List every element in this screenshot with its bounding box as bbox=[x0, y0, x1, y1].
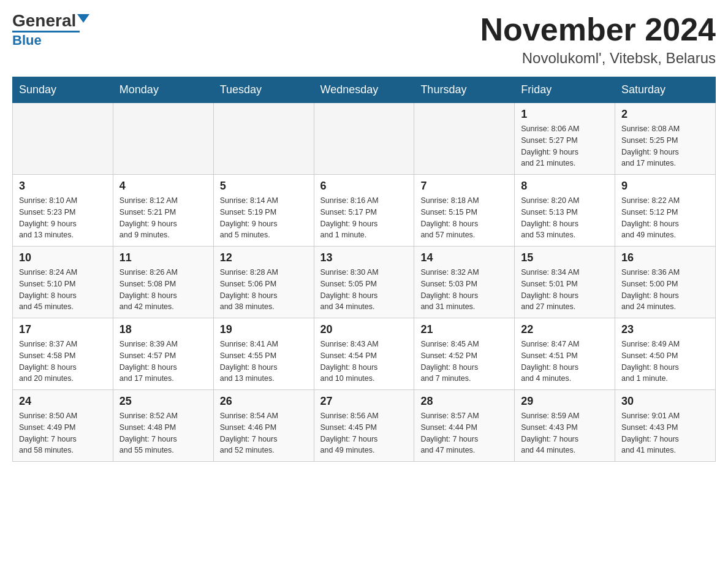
calendar-cell: 1Sunrise: 8:06 AM Sunset: 5:27 PM Daylig… bbox=[515, 103, 615, 175]
day-number: 23 bbox=[621, 323, 709, 336]
calendar-cell bbox=[314, 103, 414, 175]
day-sun-info: Sunrise: 8:50 AM Sunset: 4:49 PM Dayligh… bbox=[19, 410, 107, 456]
day-number: 21 bbox=[420, 323, 508, 336]
calendar-cell: 19Sunrise: 8:41 AM Sunset: 4:55 PM Dayli… bbox=[213, 318, 314, 390]
day-sun-info: Sunrise: 8:12 AM Sunset: 5:21 PM Dayligh… bbox=[119, 195, 207, 241]
calendar-cell: 3Sunrise: 8:10 AM Sunset: 5:23 PM Daylig… bbox=[13, 175, 113, 247]
day-sun-info: Sunrise: 8:39 AM Sunset: 4:57 PM Dayligh… bbox=[119, 339, 207, 385]
day-sun-info: Sunrise: 8:49 AM Sunset: 4:50 PM Dayligh… bbox=[621, 339, 709, 385]
day-sun-info: Sunrise: 8:43 AM Sunset: 4:54 PM Dayligh… bbox=[320, 339, 408, 385]
calendar-cell: 8Sunrise: 8:20 AM Sunset: 5:13 PM Daylig… bbox=[515, 175, 615, 247]
day-sun-info: Sunrise: 8:18 AM Sunset: 5:15 PM Dayligh… bbox=[420, 195, 508, 241]
day-number: 24 bbox=[19, 395, 107, 408]
day-number: 16 bbox=[621, 251, 709, 264]
logo-general-text: General bbox=[12, 12, 76, 29]
calendar-cell: 9Sunrise: 8:22 AM Sunset: 5:12 PM Daylig… bbox=[615, 175, 716, 247]
calendar-table: SundayMondayTuesdayWednesdayThursdayFrid… bbox=[12, 77, 716, 462]
day-number: 29 bbox=[521, 395, 609, 408]
calendar-cell bbox=[113, 103, 213, 175]
calendar-week-row: 17Sunrise: 8:37 AM Sunset: 4:58 PM Dayli… bbox=[13, 318, 716, 390]
calendar-cell: 14Sunrise: 8:32 AM Sunset: 5:03 PM Dayli… bbox=[414, 247, 515, 318]
calendar-cell: 13Sunrise: 8:30 AM Sunset: 5:05 PM Dayli… bbox=[314, 247, 414, 318]
calendar-cell: 28Sunrise: 8:57 AM Sunset: 4:44 PM Dayli… bbox=[414, 390, 515, 462]
calendar-cell: 22Sunrise: 8:47 AM Sunset: 4:51 PM Dayli… bbox=[515, 318, 615, 390]
calendar-cell: 12Sunrise: 8:28 AM Sunset: 5:06 PM Dayli… bbox=[213, 247, 314, 318]
calendar-cell: 29Sunrise: 8:59 AM Sunset: 4:43 PM Dayli… bbox=[515, 390, 615, 462]
calendar-header-row: SundayMondayTuesdayWednesdayThursdayFrid… bbox=[13, 77, 716, 103]
day-number: 5 bbox=[220, 180, 308, 193]
calendar-cell: 26Sunrise: 8:54 AM Sunset: 4:46 PM Dayli… bbox=[213, 390, 314, 462]
day-number: 9 bbox=[621, 180, 709, 193]
day-sun-info: Sunrise: 8:57 AM Sunset: 4:44 PM Dayligh… bbox=[420, 410, 508, 456]
calendar-cell: 27Sunrise: 8:56 AM Sunset: 4:45 PM Dayli… bbox=[314, 390, 414, 462]
day-sun-info: Sunrise: 8:22 AM Sunset: 5:12 PM Dayligh… bbox=[621, 195, 709, 241]
day-sun-info: Sunrise: 8:24 AM Sunset: 5:10 PM Dayligh… bbox=[19, 267, 107, 313]
calendar-cell: 2Sunrise: 8:08 AM Sunset: 5:25 PM Daylig… bbox=[615, 103, 716, 175]
day-number: 2 bbox=[621, 108, 709, 121]
calendar-cell: 4Sunrise: 8:12 AM Sunset: 5:21 PM Daylig… bbox=[113, 175, 213, 247]
day-sun-info: Sunrise: 8:34 AM Sunset: 5:01 PM Dayligh… bbox=[521, 267, 609, 313]
calendar-cell: 25Sunrise: 8:52 AM Sunset: 4:48 PM Dayli… bbox=[113, 390, 213, 462]
calendar-week-row: 1Sunrise: 8:06 AM Sunset: 5:27 PM Daylig… bbox=[13, 103, 716, 175]
day-number: 18 bbox=[119, 323, 207, 336]
day-number: 10 bbox=[19, 251, 107, 264]
calendar-cell: 10Sunrise: 8:24 AM Sunset: 5:10 PM Dayli… bbox=[13, 247, 113, 318]
day-sun-info: Sunrise: 8:32 AM Sunset: 5:03 PM Dayligh… bbox=[420, 267, 508, 313]
calendar-cell: 23Sunrise: 8:49 AM Sunset: 4:50 PM Dayli… bbox=[615, 318, 716, 390]
day-number: 14 bbox=[420, 251, 508, 264]
day-number: 17 bbox=[19, 323, 107, 336]
day-number: 3 bbox=[19, 180, 107, 193]
day-of-week-header: Sunday bbox=[13, 77, 113, 103]
day-sun-info: Sunrise: 8:30 AM Sunset: 5:05 PM Dayligh… bbox=[320, 267, 408, 313]
day-of-week-header: Wednesday bbox=[314, 77, 414, 103]
day-number: 20 bbox=[320, 323, 408, 336]
day-number: 26 bbox=[220, 395, 308, 408]
calendar-location: Novolukoml', Vitebsk, Belarus bbox=[480, 50, 716, 67]
calendar-week-row: 24Sunrise: 8:50 AM Sunset: 4:49 PM Dayli… bbox=[13, 390, 716, 462]
day-sun-info: Sunrise: 8:16 AM Sunset: 5:17 PM Dayligh… bbox=[320, 195, 408, 241]
day-sun-info: Sunrise: 8:08 AM Sunset: 5:25 PM Dayligh… bbox=[621, 123, 709, 169]
logo: General Blue bbox=[12, 12, 89, 47]
calendar-week-row: 10Sunrise: 8:24 AM Sunset: 5:10 PM Dayli… bbox=[13, 247, 716, 318]
day-of-week-header: Monday bbox=[113, 77, 213, 103]
day-sun-info: Sunrise: 8:47 AM Sunset: 4:51 PM Dayligh… bbox=[521, 339, 609, 385]
day-number: 30 bbox=[621, 395, 709, 408]
calendar-cell bbox=[13, 103, 113, 175]
calendar-cell: 18Sunrise: 8:39 AM Sunset: 4:57 PM Dayli… bbox=[113, 318, 213, 390]
calendar-cell: 24Sunrise: 8:50 AM Sunset: 4:49 PM Dayli… bbox=[13, 390, 113, 462]
day-number: 25 bbox=[119, 395, 207, 408]
day-of-week-header: Tuesday bbox=[213, 77, 314, 103]
calendar-cell: 11Sunrise: 8:26 AM Sunset: 5:08 PM Dayli… bbox=[113, 247, 213, 318]
day-number: 12 bbox=[220, 251, 308, 264]
day-of-week-header: Friday bbox=[515, 77, 615, 103]
day-number: 19 bbox=[220, 323, 308, 336]
calendar-cell: 5Sunrise: 8:14 AM Sunset: 5:19 PM Daylig… bbox=[213, 175, 314, 247]
day-number: 6 bbox=[320, 180, 408, 193]
calendar-cell: 7Sunrise: 8:18 AM Sunset: 5:15 PM Daylig… bbox=[414, 175, 515, 247]
day-of-week-header: Saturday bbox=[615, 77, 716, 103]
day-sun-info: Sunrise: 8:52 AM Sunset: 4:48 PM Dayligh… bbox=[119, 410, 207, 456]
day-number: 7 bbox=[420, 180, 508, 193]
day-sun-info: Sunrise: 8:59 AM Sunset: 4:43 PM Dayligh… bbox=[521, 410, 609, 456]
day-number: 13 bbox=[320, 251, 408, 264]
day-number: 11 bbox=[119, 251, 207, 264]
calendar-cell: 30Sunrise: 9:01 AM Sunset: 4:43 PM Dayli… bbox=[615, 390, 716, 462]
calendar-cell: 16Sunrise: 8:36 AM Sunset: 5:00 PM Dayli… bbox=[615, 247, 716, 318]
calendar-cell: 6Sunrise: 8:16 AM Sunset: 5:17 PM Daylig… bbox=[314, 175, 414, 247]
header: General Blue November 2024 Novolukoml', … bbox=[12, 12, 716, 67]
day-sun-info: Sunrise: 8:20 AM Sunset: 5:13 PM Dayligh… bbox=[521, 195, 609, 241]
calendar-cell: 15Sunrise: 8:34 AM Sunset: 5:01 PM Dayli… bbox=[515, 247, 615, 318]
day-number: 28 bbox=[420, 395, 508, 408]
day-sun-info: Sunrise: 8:28 AM Sunset: 5:06 PM Dayligh… bbox=[220, 267, 308, 313]
day-sun-info: Sunrise: 8:26 AM Sunset: 5:08 PM Dayligh… bbox=[119, 267, 207, 313]
day-number: 27 bbox=[320, 395, 408, 408]
day-number: 15 bbox=[521, 251, 609, 264]
calendar-title-area: November 2024 Novolukoml', Vitebsk, Bela… bbox=[480, 12, 716, 67]
day-sun-info: Sunrise: 8:06 AM Sunset: 5:27 PM Dayligh… bbox=[521, 123, 609, 169]
day-sun-info: Sunrise: 8:10 AM Sunset: 5:23 PM Dayligh… bbox=[19, 195, 107, 241]
calendar-week-row: 3Sunrise: 8:10 AM Sunset: 5:23 PM Daylig… bbox=[13, 175, 716, 247]
day-of-week-header: Thursday bbox=[414, 77, 515, 103]
day-number: 4 bbox=[119, 180, 207, 193]
calendar-cell: 21Sunrise: 8:45 AM Sunset: 4:52 PM Dayli… bbox=[414, 318, 515, 390]
calendar-cell bbox=[213, 103, 314, 175]
